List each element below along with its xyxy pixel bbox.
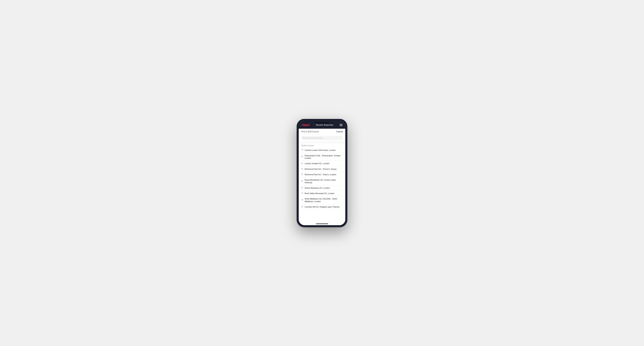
nearby-section: Nearby courses Central London Golf Centr… bbox=[299, 143, 345, 225]
svg-point-5 bbox=[302, 168, 302, 169]
location-pin-icon bbox=[301, 192, 303, 194]
course-list: Central London Golf Centre, London Roeha… bbox=[299, 148, 345, 210]
location-pin-icon bbox=[301, 149, 303, 152]
home-indicator bbox=[316, 223, 328, 224]
phone-notch bbox=[315, 122, 329, 123]
find-header-title: Find a Golf Course bbox=[301, 130, 319, 133]
search-box[interactable]: Search Golf Course bbox=[301, 136, 343, 140]
course-list-item[interactable]: London Scottish GC, London bbox=[299, 161, 345, 166]
menu-line-3 bbox=[340, 126, 342, 126]
course-name: Royal Wimbledon GC, Great London Authori… bbox=[305, 179, 343, 184]
course-list-item[interactable]: Coombe Hill GC, Kingston upon Thames bbox=[299, 204, 345, 210]
svg-point-0 bbox=[303, 137, 304, 138]
location-pin-icon bbox=[301, 180, 303, 182]
menu-icon[interactable] bbox=[340, 124, 342, 126]
svg-point-3 bbox=[302, 156, 302, 157]
cancel-button[interactable]: Cancel bbox=[336, 130, 343, 133]
course-name: Brent Valley Municipal GC, London bbox=[305, 192, 334, 194]
phone-screen: clippd Recent Searches Find a Golf Cours… bbox=[299, 121, 345, 225]
course-list-item[interactable]: Richmond Park GC - Duke's, London bbox=[299, 172, 345, 177]
location-pin-icon bbox=[301, 156, 303, 158]
course-name: Coombe Hill GC, Kingston upon Thames bbox=[305, 206, 340, 208]
app-logo: clippd bbox=[302, 123, 310, 127]
course-list-item[interactable]: Central London Golf Centre, London bbox=[299, 148, 345, 153]
location-pin-icon bbox=[301, 173, 303, 176]
course-list-item[interactable]: Dukes Meadows GC, London bbox=[299, 185, 345, 191]
course-list-item[interactable]: North Middlesex GC (1011942 - North Midd… bbox=[299, 196, 345, 204]
course-name: Richmond Park GC - Prince's, Surrey bbox=[305, 168, 336, 170]
svg-point-6 bbox=[302, 174, 302, 174]
course-list-item[interactable]: Roehampton Club - Roehampton, Greater Lo… bbox=[299, 153, 345, 161]
search-placeholder: Search Golf Course bbox=[306, 137, 323, 139]
search-container: Search Golf Course bbox=[299, 135, 345, 142]
course-list-item[interactable]: Royal Wimbledon GC, Great London Authori… bbox=[299, 177, 345, 185]
svg-point-4 bbox=[302, 163, 302, 163]
svg-point-8 bbox=[302, 187, 302, 188]
location-pin-icon bbox=[301, 199, 303, 201]
content-area: Find a Golf Course Cancel Search Golf Co… bbox=[299, 129, 345, 225]
svg-point-11 bbox=[302, 206, 302, 207]
find-header: Find a Golf Course Cancel bbox=[299, 129, 345, 135]
course-name: Central London Golf Centre, London bbox=[305, 149, 336, 152]
phone-frame: clippd Recent Searches Find a Golf Cours… bbox=[296, 119, 348, 227]
course-list-item[interactable]: Brent Valley Municipal GC, London bbox=[299, 191, 345, 196]
svg-point-7 bbox=[302, 180, 302, 181]
svg-point-9 bbox=[302, 193, 302, 193]
course-name: Dukes Meadows GC, London bbox=[305, 187, 330, 189]
nav-title: Recent Searches bbox=[316, 124, 334, 126]
course-name: North Middlesex GC (1011942 - North Midd… bbox=[305, 197, 343, 203]
svg-point-2 bbox=[302, 149, 302, 150]
location-pin-icon bbox=[301, 163, 303, 165]
menu-line-2 bbox=[340, 125, 342, 125]
location-pin-icon bbox=[301, 187, 303, 189]
course-name: London Scottish GC, London bbox=[305, 162, 329, 165]
course-name: Roehampton Club - Roehampton, Greater Lo… bbox=[305, 154, 343, 160]
location-pin-icon bbox=[301, 206, 303, 208]
location-pin-icon bbox=[301, 168, 303, 170]
course-list-item[interactable]: Richmond Park GC - Prince's, Surrey bbox=[299, 167, 345, 172]
course-name: Richmond Park GC - Duke's, London bbox=[305, 173, 336, 176]
search-icon bbox=[303, 137, 305, 139]
svg-line-1 bbox=[304, 138, 305, 139]
svg-point-10 bbox=[302, 199, 302, 200]
nearby-label: Nearby courses bbox=[299, 143, 345, 148]
menu-line-1 bbox=[340, 124, 342, 124]
